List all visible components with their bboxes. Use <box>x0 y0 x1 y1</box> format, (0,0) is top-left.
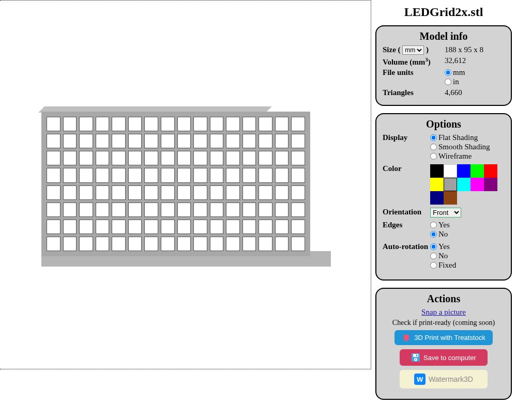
svg-rect-1 <box>413 354 418 357</box>
size-label: Size ( mmin ) <box>383 45 445 55</box>
color-swatch[interactable] <box>430 191 444 205</box>
triangles-value: 4,660 <box>445 88 505 97</box>
display-radio-flat-shading[interactable] <box>430 134 437 141</box>
print-icon <box>402 334 411 341</box>
autorot-radio-no[interactable] <box>430 253 437 259</box>
file-units-radio-in[interactable] <box>445 79 451 85</box>
file-units-label: File units <box>383 68 445 87</box>
actions-panel: Actions Snap a picture Check if print-re… <box>375 288 512 400</box>
display-radio-wireframe[interactable] <box>430 153 437 160</box>
color-swatch[interactable] <box>457 164 471 178</box>
color-swatch[interactable] <box>444 164 457 178</box>
model-info-panel: Model info Size ( mmin ) 188 x 95 x 8 Vo… <box>375 25 512 106</box>
svg-point-4 <box>415 359 416 360</box>
autorot-label: Auto-rotation <box>383 242 430 270</box>
snap-picture-link[interactable]: Snap a picture <box>383 308 505 317</box>
color-swatch[interactable] <box>457 178 471 191</box>
display-label-wireframe: Wireframe <box>438 152 472 161</box>
color-swatch[interactable] <box>430 178 444 191</box>
autorot-radio-yes[interactable] <box>430 243 437 250</box>
color-swatch[interactable] <box>484 164 497 178</box>
edges-radio-yes[interactable] <box>430 222 437 228</box>
treatstock-button[interactable]: 3D Print with Treatstock <box>394 330 493 345</box>
orientation-label: Orientation <box>383 208 430 217</box>
sidebar: LEDGrid2x.stl Model info Size ( mmin ) 1… <box>371 0 516 420</box>
autorot-label-yes: Yes <box>438 242 450 251</box>
edges-label: Edges <box>383 221 430 239</box>
color-swatch[interactable] <box>471 164 484 178</box>
autorot-radio-fixed[interactable] <box>430 262 437 269</box>
color-swatch[interactable] <box>484 178 497 191</box>
color-swatch[interactable] <box>471 178 484 191</box>
file-units-controls: mmin <box>445 68 505 87</box>
file-title: LEDGrid2x.stl <box>375 5 512 19</box>
save-button[interactable]: Save to computer <box>400 349 488 366</box>
file-units-radio-mm[interactable] <box>445 69 451 76</box>
options-panel: Options Display Flat ShadingSmooth Shadi… <box>375 113 512 281</box>
display-controls: Flat ShadingSmooth ShadingWireframe <box>430 133 505 161</box>
color-swatch[interactable] <box>430 164 444 178</box>
edges-radio-no[interactable] <box>430 231 437 238</box>
model-info-title: Model info <box>383 30 505 42</box>
color-swatch[interactable] <box>444 178 457 191</box>
display-radio-smooth-shading[interactable] <box>430 144 437 150</box>
autorot-label-no: No <box>438 252 448 260</box>
orientation-select[interactable]: FrontBackTopBottomLeftRight <box>430 208 461 217</box>
autorot-label-fixed: Fixed <box>438 261 456 270</box>
color-grid <box>430 164 505 205</box>
file-units-label-mm: mm <box>453 68 465 77</box>
color-label: Color <box>383 164 430 205</box>
size-unit-select[interactable]: mmin <box>402 45 424 55</box>
options-title: Options <box>383 118 505 130</box>
watermark-button[interactable]: W Watermark3D <box>400 370 488 388</box>
volume-value: 32,612 <box>445 56 505 67</box>
model-render <box>41 106 331 267</box>
print-ready-text: Check if print-ready (coming soon) <box>383 319 505 327</box>
color-swatch[interactable] <box>444 191 457 205</box>
model-viewport[interactable] <box>0 0 371 369</box>
display-label-smooth-shading: Smooth Shading <box>438 143 490 151</box>
edges-controls: YesNo <box>430 221 505 239</box>
file-units-label-in: in <box>453 77 459 86</box>
triangles-label: Triangles <box>383 88 445 97</box>
display-label: Display <box>383 133 430 161</box>
watermark-icon: W <box>414 374 426 385</box>
edges-label-no: No <box>438 230 448 239</box>
size-value: 188 x 95 x 8 <box>445 45 505 55</box>
save-icon <box>411 353 420 362</box>
volume-label: Volume (mm3) <box>383 56 445 67</box>
actions-title: Actions <box>383 293 505 305</box>
svg-rect-2 <box>416 354 417 356</box>
edges-label-yes: Yes <box>438 221 450 229</box>
autorot-controls: YesNoFixed <box>430 242 505 270</box>
display-label-flat-shading: Flat Shading <box>438 133 478 142</box>
